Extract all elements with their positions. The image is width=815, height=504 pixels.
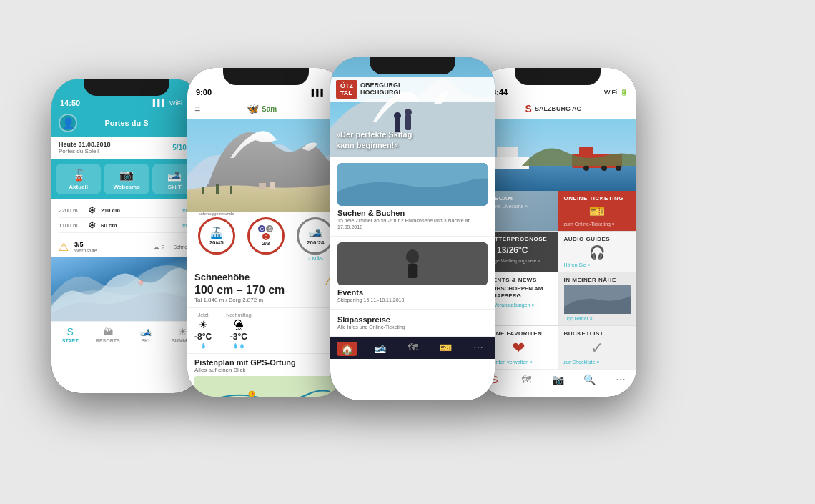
p3-logo-red: ÖTZTAL [336, 80, 357, 99]
p1-ski-icon: 🎿 [139, 326, 152, 337]
p4-audio-label: AUDIO GUIDES [564, 236, 631, 242]
p2-afternoon-precip: 💧💧 [232, 343, 245, 349]
p4-nearby-label: IN MEINER NÄHE [564, 277, 631, 283]
p2-now-temp: -8°C [194, 332, 212, 342]
phone-4-screen: 08:44 WiFi 🔋 ≡ S SALZBURG AG [479, 68, 636, 397]
phone-2-screen: 9:00 ▌▌▌ 🔋 ≡ 🦋 Sam [187, 68, 345, 397]
p3-events-image [337, 242, 488, 285]
p4-favorites-sub: Favoriten verwalten » [485, 360, 552, 365]
p3-nav-piste[interactable]: 🗺 [396, 342, 429, 356]
p1-start-icon: S [67, 326, 74, 337]
p1-snow-desc-1: frisch [124, 208, 194, 213]
p4-ticketing-label: ONLINE TICKETING [564, 195, 631, 202]
p3-section-events: Events Skiopening 15.11.-18.11.2018 [330, 237, 495, 310]
p4-nav-map[interactable]: 🗺 [510, 374, 542, 385]
svg-point-11 [394, 112, 401, 119]
p2-status-time: 9:00 [196, 88, 212, 97]
p2-circle-1: 🚠 20/45 [198, 217, 235, 255]
p2-weather-now: Jetzt ☀ -8°C 💧 [194, 312, 212, 349]
p3-section-buchen: Suchen & Buchen 15 freie Zimmer ab 59,-€… [330, 157, 495, 237]
p1-warning-row: ⚠ 3/5 Warnstufe ☁ 2 Schneefa [51, 237, 202, 257]
p2-distance: 2 MÄS [308, 256, 323, 261]
svg-rect-20 [490, 157, 529, 169]
p4-wetter-sub: 9 Tage Wetterprognose » [485, 258, 552, 263]
p2-circle-3: 🎿 200/24 [297, 217, 334, 255]
p4-salzburg-svg [479, 119, 636, 191]
p1-btn-webcams[interactable]: 📷 Webcams [104, 164, 149, 194]
p4-more-icon: ⋯ [616, 374, 626, 385]
p1-snow-val-2: 60 cm [101, 222, 117, 229]
p3-nav-home[interactable]: 🏠 [330, 342, 363, 356]
p1-location: Portes du Soleil [59, 148, 111, 154]
p4-audio-sub: Hören Sie » [564, 262, 631, 267]
p4-logo: SALZBURG AG [535, 105, 582, 112]
p4-tile-bucket[interactable]: BUCKETLIST ✓ zur Checkliste » [558, 326, 637, 369]
p3-skipass-title: Skipasspreise [337, 315, 488, 324]
p1-summer-icon: ☀ [178, 326, 187, 337]
svg-rect-19 [479, 166, 636, 191]
p3-nav-ski[interactable]: 🎿 [363, 342, 396, 356]
p1-webcams-icon: 📷 [119, 168, 134, 182]
warning-icon: ⚠ [59, 240, 69, 254]
p4-search-icon: 🔍 [583, 374, 596, 385]
svg-rect-4 [259, 183, 266, 189]
svg-point-26 [616, 165, 621, 171]
p2-pisten-sub: Alles auf einen Blick [194, 367, 337, 373]
notch-3 [370, 57, 455, 74]
p3-section-skipass: Skipasspreise Alle Infos und Online-Tick… [330, 310, 495, 337]
svg-text:📍: 📍 [250, 392, 255, 397]
p1-resorts-icon: 🏔 [103, 326, 113, 337]
p4-events-text: FRÜHSCHOPPEN AM SCHAFBERG [485, 285, 552, 300]
svg-rect-1 [202, 187, 204, 194]
p4-events-sub: alle Veranstaltungen » [485, 302, 552, 307]
p2-logo-icon: 🦋 [247, 103, 259, 114]
p4-bucket-sub: zur Checkliste » [564, 360, 631, 365]
p4-tile-ticketing[interactable]: ONLINE TICKETING 🎫 zum Online-Ticketing … [558, 191, 637, 231]
p1-snow-row-1: 2200 m ❄ 210 cm frisch [59, 203, 194, 218]
svg-point-13 [405, 109, 412, 116]
p1-header: Portes du S [51, 109, 202, 137]
p2-pisten-title: Pistenplan mit GPS-Ortung [194, 358, 337, 367]
p1-nav-start[interactable]: S START [51, 326, 89, 343]
p4-map-icon: 🗺 [521, 374, 531, 385]
phone-4: 08:44 WiFi 🔋 ≡ S SALZBURG AG [479, 68, 636, 397]
p4-city-svg [564, 285, 631, 314]
p4-nav-search[interactable]: 🔍 [573, 374, 605, 385]
p4-nav-camera[interactable]: 📷 [542, 374, 573, 385]
p4-favorites-label: MEINE FAVORITEN [485, 330, 552, 337]
p2-circle-1-icon: 🚠 [209, 226, 224, 239]
p1-btn-aktuell[interactable]: 🚡 Aktuell [56, 164, 101, 194]
p1-date-bar: Heute 31.08.2018 Portes du Soleil 5/10°C [51, 137, 202, 159]
notch-4 [515, 68, 601, 85]
p3-nav-ticket[interactable]: 🎫 [429, 342, 462, 356]
svg-rect-5 [270, 182, 275, 189]
p1-snow-info: 2200 m ❄ 210 cm frisch 1100 m ❄ 60 cm fr… [51, 199, 202, 237]
p2-hero-image [187, 119, 345, 212]
p4-bucket-label: BUCKETLIST [564, 330, 631, 337]
p1-nav-resorts[interactable]: 🏔 RESORTS [89, 326, 127, 343]
p1-snow-icon-1: ❄ [88, 204, 97, 216]
p1-nav-ski[interactable]: 🎿 SKI [127, 326, 164, 343]
phone-2: 9:00 ▌▌▌ 🔋 ≡ 🦋 Sam [187, 68, 345, 397]
p1-resorts-label: RESORTS [96, 338, 120, 343]
p2-menu-icon[interactable]: ≡ [194, 103, 200, 114]
p2-schmuggel-label: schmuggelerrunde [197, 212, 236, 216]
p2-pisten-section: Pistenplan mit GPS-Ortung Alles auf eine… [187, 353, 345, 397]
p1-buttons-row: 🚡 Aktuell 📷 Webcams 🎿 Ski T [51, 159, 202, 199]
p4-nearby-sub: Tipp Radar » [564, 316, 631, 321]
p3-piste-icon: 🗺 [408, 342, 418, 353]
p2-now-label: Jetzt [198, 312, 209, 317]
p4-ticket-icon: 🎫 [589, 204, 605, 219]
p4-nav-more[interactable]: ⋯ [605, 374, 636, 385]
p3-logo-text2: HOCHGURGL [360, 89, 402, 97]
p4-tile-audio[interactable]: AUDIO GUIDES 🎧 Hören Sie » [558, 232, 637, 272]
p1-skit-label: Ski T [168, 184, 182, 190]
p3-nav-more[interactable]: ⋯ [462, 342, 495, 356]
p2-afternoon-temp: -3°C [230, 332, 247, 342]
p4-tile-nearby[interactable]: IN MEINER NÄHE Tipp Radar » [558, 272, 637, 325]
p1-ski-label: SKI [141, 338, 149, 343]
svg-rect-6 [194, 376, 337, 397]
p4-s-logo: S [525, 103, 532, 114]
phone-3: ÖTZTAL OBERGURGL HOCHGURGL »Der perfekte… [330, 57, 495, 400]
p1-alt-2: 1100 m [59, 222, 84, 229]
